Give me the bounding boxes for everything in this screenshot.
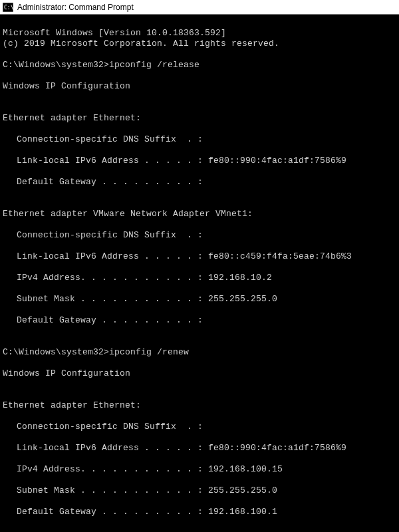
adapter-title: Ethernet adapter VMware Network Adapter … [3, 209, 253, 219]
command-2: ipconfig /renew [109, 347, 189, 357]
row-value: fe80::990:4fac:a1df:7586%9 [208, 156, 346, 166]
command-1: ipconfig /release [109, 60, 200, 70]
row-value: 192.168.100.1 [208, 507, 277, 517]
svg-text:C:\: C:\ [4, 5, 13, 11]
row-value: fe80::c459:f4fa:5eae:74b6%3 [208, 251, 352, 261]
row-label: Link-local IPv6 Address . . . . . : [17, 251, 203, 261]
prompt-line-2: C:\Windows\system32>ipconfig /renew [3, 347, 189, 357]
adapter-title: Ethernet adapter Ethernet: [3, 400, 141, 410]
row-value: 192.168.100.15 [208, 464, 283, 474]
adapter-row: Connection-specific DNS Suffix . : [3, 134, 396, 145]
row-value: 255.255.255.0 [208, 294, 277, 304]
row-label: Subnet Mask . . . . . . . . . . . : [17, 294, 203, 304]
ipconfig-header-1: Windows IP Configuration [3, 81, 130, 91]
prompt-path: C:\Windows\system32> [3, 347, 109, 357]
row-label: Subnet Mask . . . . . . . . . . . : [17, 485, 203, 495]
row-label: Link-local IPv6 Address . . . . . : [17, 443, 203, 453]
row-label: Default Gateway . . . . . . . . . : [17, 177, 203, 187]
row-value: fe80::990:4fac:a1df:7586%9 [208, 443, 346, 453]
row-value: 192.168.10.2 [208, 273, 272, 283]
prompt-line-1: C:\Windows\system32>ipconfig /release [3, 60, 200, 70]
row-label: Connection-specific DNS Suffix . : [17, 230, 203, 240]
row-label: Link-local IPv6 Address . . . . . : [17, 156, 203, 166]
adapter-row: Subnet Mask . . . . . . . . . . . : 255.… [3, 485, 396, 496]
adapter-row: IPv4 Address. . . . . . . . . . . : 192.… [3, 273, 396, 283]
adapter-row: Default Gateway . . . . . . . . . : [3, 315, 396, 326]
row-label: Connection-specific DNS Suffix . : [17, 422, 203, 432]
row-value: 255.255.255.0 [208, 485, 277, 495]
adapter-row: Connection-specific DNS Suffix . : [3, 422, 396, 432]
adapter-row: Connection-specific DNS Suffix . : [3, 230, 396, 241]
prompt-path: C:\Windows\system32> [3, 60, 109, 70]
row-label: Default Gateway . . . . . . . . . : [17, 507, 203, 517]
row-label: IPv4 Address. . . . . . . . . . . : [17, 464, 203, 474]
adapter-row: Default Gateway . . . . . . . . . : [3, 177, 396, 188]
adapter-row: Link-local IPv6 Address . . . . . : fe80… [3, 443, 396, 454]
title-bar[interactable]: C:\ Administrator: Command Prompt [0, 0, 399, 15]
row-label: Connection-specific DNS Suffix . : [17, 134, 203, 144]
adapter-row: IPv4 Address. . . . . . . . . . . : 192.… [3, 464, 396, 475]
window-title: Administrator: Command Prompt [17, 3, 134, 12]
terminal-output[interactable]: Microsoft Windows [Version 10.0.18363.59… [0, 15, 399, 532]
row-label: IPv4 Address. . . . . . . . . . . : [17, 273, 203, 283]
banner-line-2: (c) 2019 Microsoft Corporation. All righ… [3, 39, 279, 49]
adapter-row: Subnet Mask . . . . . . . . . . . : 255.… [3, 294, 396, 305]
row-label: Default Gateway . . . . . . . . . : [17, 315, 203, 325]
ipconfig-header-2: Windows IP Configuration [3, 368, 130, 378]
adapter-row: Link-local IPv6 Address . . . . . : fe80… [3, 251, 396, 262]
adapter-title: Ethernet adapter Ethernet: [3, 113, 141, 123]
adapter-row: Default Gateway . . . . . . . . . : 192.… [3, 507, 396, 517]
adapter-row: Link-local IPv6 Address . . . . . : fe80… [3, 156, 396, 166]
cmd-icon: C:\ [3, 3, 13, 12]
banner-line-1: Microsoft Windows [Version 10.0.18363.59… [3, 28, 226, 38]
